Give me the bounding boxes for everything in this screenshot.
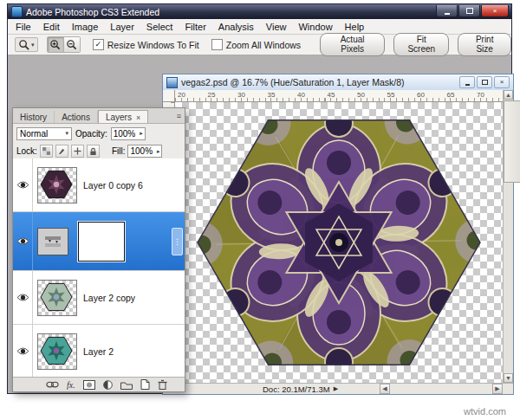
adjustment-layer-thumbnail[interactable] bbox=[37, 228, 68, 255]
menu-layer[interactable]: Layer bbox=[104, 21, 140, 33]
ruler-tick-label: 65 bbox=[447, 91, 455, 99]
new-layer-icon[interactable] bbox=[140, 379, 150, 390]
tab-layers[interactable]: Layers × bbox=[98, 110, 148, 123]
menu-select[interactable]: Select bbox=[140, 21, 179, 33]
layer-name: Layer 0 copy 6 bbox=[83, 180, 143, 191]
layer-thumbnail[interactable] bbox=[37, 333, 77, 370]
document-status-bar: Doc: 20.1M/71.3M ▶ ◀ ▶ bbox=[163, 383, 513, 394]
menu-filter[interactable]: Filter bbox=[179, 21, 211, 33]
options-bar: ▾ ✓ Resize Windows To Fit Zoom All Windo… bbox=[8, 35, 511, 55]
fill-spinner-icon[interactable]: ▸ bbox=[157, 148, 160, 155]
maximize-button[interactable] bbox=[458, 5, 480, 17]
ruler-tick-label: 60 bbox=[417, 91, 425, 99]
layer-visibility-toggle[interactable] bbox=[13, 325, 33, 378]
vscroll-thumb[interactable] bbox=[504, 100, 520, 183]
tab-actions[interactable]: Actions bbox=[55, 111, 98, 123]
scroll-left-icon[interactable]: ◀ bbox=[380, 384, 390, 394]
tab-close-icon[interactable]: × bbox=[136, 113, 140, 122]
lock-pixels-button[interactable] bbox=[55, 145, 68, 158]
window-title: Adobe Photoshop CS3 Extended bbox=[26, 7, 159, 17]
doc-close-button[interactable]: × bbox=[494, 76, 510, 88]
horizontal-scrollbar[interactable]: ◀ ▶ bbox=[380, 383, 503, 394]
lock-row: Lock: Fill: 100% ▸ bbox=[13, 143, 185, 160]
add-layer-mask-icon[interactable] bbox=[83, 380, 95, 390]
vertical-scrollbar[interactable]: ▲ ▼ bbox=[503, 90, 513, 383]
eye-icon bbox=[16, 236, 29, 246]
layer-visibility-toggle[interactable] bbox=[13, 212, 33, 270]
layer-extras-badge[interactable]: ⋮ bbox=[172, 228, 183, 255]
actual-pixels-button[interactable]: Actual Pixels bbox=[320, 33, 385, 56]
layer-visibility-toggle[interactable] bbox=[13, 271, 33, 324]
ruler-tick-label: 30 bbox=[237, 91, 245, 99]
lock-all-button[interactable] bbox=[87, 145, 100, 158]
doc-minimize-button[interactable] bbox=[459, 76, 475, 88]
ruler-corner bbox=[163, 90, 175, 102]
fit-screen-button[interactable]: Fit Screen bbox=[393, 33, 449, 56]
layer-thumbnail[interactable] bbox=[37, 167, 77, 204]
photoshop-app-icon bbox=[11, 6, 23, 17]
zoom-out-button[interactable] bbox=[64, 37, 80, 52]
new-group-icon[interactable] bbox=[120, 380, 133, 390]
palette-tab-bar: History Actions Layers × ≡ bbox=[13, 108, 185, 124]
fill-input[interactable]: 100% ▸ bbox=[127, 145, 162, 158]
title-bar[interactable]: Adobe Photoshop CS3 Extended × bbox=[8, 4, 511, 19]
layer-style-icon[interactable]: fx. bbox=[67, 380, 75, 390]
ruler-tick-label: 40 bbox=[297, 91, 305, 99]
resize-windows-checkbox[interactable]: ✓ bbox=[93, 39, 104, 50]
zoom-tool-preset[interactable]: ▾ bbox=[15, 37, 38, 52]
lock-transparency-button[interactable] bbox=[40, 145, 53, 158]
fill-value: 100% bbox=[130, 146, 153, 156]
scroll-right-icon[interactable]: ▶ bbox=[492, 384, 503, 394]
ruler-tick-label: 55 bbox=[387, 91, 395, 99]
opacity-input[interactable]: 100% ▸ bbox=[111, 127, 146, 140]
close-icon: × bbox=[493, 8, 497, 15]
status-popup-icon[interactable]: ▶ bbox=[334, 385, 338, 392]
options-buttons: Actual PixelsFit ScreenPrint Size bbox=[320, 33, 511, 56]
document-title-bar[interactable]: vegas2.psd @ 16.7% (Hue/Saturation 1, La… bbox=[163, 74, 513, 91]
zoom-in-button[interactable] bbox=[48, 37, 64, 52]
scroll-down-icon[interactable]: ▼ bbox=[504, 373, 513, 383]
layer-name: Layer 2 bbox=[83, 346, 114, 357]
opacity-value: 100% bbox=[114, 129, 136, 139]
delete-layer-icon[interactable] bbox=[158, 379, 167, 390]
blend-mode-select[interactable]: Normal ▾ bbox=[16, 127, 72, 140]
menu-view[interactable]: View bbox=[260, 21, 293, 33]
menu-window[interactable]: Window bbox=[292, 21, 338, 33]
layer-row[interactable]: Layer 0 copy 6 bbox=[13, 158, 185, 212]
layer-mask-thumbnail[interactable] bbox=[78, 222, 125, 262]
menu-help[interactable]: Help bbox=[339, 21, 371, 33]
psd-file-icon bbox=[166, 77, 178, 88]
layer-row[interactable]: ⋮ bbox=[13, 212, 185, 271]
minimize-button[interactable] bbox=[436, 5, 458, 17]
zoom-mode-buttons bbox=[47, 36, 81, 53]
lock-position-button[interactable] bbox=[71, 145, 84, 158]
eye-icon bbox=[16, 293, 29, 302]
eye-icon bbox=[16, 346, 29, 356]
doc-close-icon: × bbox=[500, 79, 504, 86]
menu-analysis[interactable]: Analysis bbox=[212, 21, 260, 33]
doc-maximize-icon bbox=[482, 80, 488, 85]
scroll-up-icon[interactable]: ▲ bbox=[504, 90, 513, 100]
print-size-button[interactable]: Print Size bbox=[458, 33, 511, 56]
canvas[interactable] bbox=[175, 102, 503, 383]
menu-file[interactable]: File bbox=[10, 21, 37, 33]
tab-history[interactable]: History bbox=[13, 111, 55, 123]
zoom-all-windows-checkbox[interactable] bbox=[211, 39, 223, 50]
layer-name: Layer 2 copy bbox=[83, 293, 135, 303]
menu-image[interactable]: Image bbox=[66, 21, 105, 33]
document-window-controls: × bbox=[459, 76, 510, 88]
layer-thumbnail[interactable] bbox=[37, 280, 77, 316]
ruler-tick-label: 50 bbox=[357, 91, 365, 99]
layer-visibility-toggle[interactable] bbox=[13, 158, 33, 211]
blend-mode-row: Normal ▾ Opacity: 100% ▸ bbox=[13, 124, 185, 143]
layer-row[interactable]: Layer 2 copy bbox=[13, 271, 185, 325]
layer-row[interactable]: Layer 2 bbox=[13, 325, 185, 378]
dropdown-arrow-icon: ▾ bbox=[31, 42, 35, 48]
menu-edit[interactable]: Edit bbox=[37, 21, 66, 33]
close-button[interactable]: × bbox=[481, 5, 509, 17]
opacity-spinner-icon[interactable]: ▸ bbox=[140, 130, 143, 137]
doc-maximize-button[interactable] bbox=[477, 76, 492, 88]
new-adjustment-layer-icon[interactable] bbox=[103, 380, 113, 390]
link-layers-icon[interactable] bbox=[46, 380, 59, 389]
palette-menu-icon[interactable]: ≡ bbox=[177, 112, 181, 120]
